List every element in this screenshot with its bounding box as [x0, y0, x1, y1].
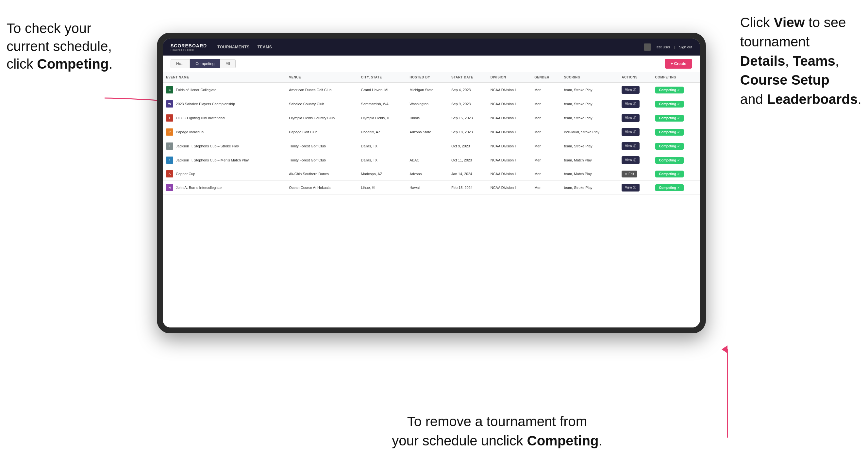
table-row: S Folds of Honor Collegiate American Dun… [163, 83, 700, 97]
competing-button[interactable]: Competing ✓ [655, 87, 684, 93]
event-name-cell: S Folds of Honor Collegiate [163, 83, 286, 97]
table-row: P Papago Individual Papago Golf ClubPhoe… [163, 125, 700, 139]
brand-title: SCOREBOARD [170, 43, 207, 49]
col-gender: GENDER [531, 72, 561, 83]
scoring-cell: team, Stroke Play [561, 139, 619, 153]
col-hosted-by: HOSTED BY [406, 72, 448, 83]
view-button[interactable]: View ⓘ [622, 86, 639, 94]
tab-home[interactable]: Ho... [170, 59, 190, 68]
competing-button[interactable]: Competing ✓ [655, 170, 684, 178]
scoring-cell: team, Match Play [561, 153, 619, 167]
competing-button[interactable]: Competing ✓ [655, 143, 684, 150]
division-cell: NCAA Division I [487, 83, 531, 97]
gender-cell: Men [531, 139, 561, 153]
scoring-cell: team, Stroke Play [561, 111, 619, 125]
team-logo: W [166, 100, 173, 107]
competing-button[interactable]: Competing ✓ [655, 184, 684, 191]
team-logo: A [166, 170, 173, 178]
hosted-by-cell: Illinois [406, 111, 448, 125]
actions-cell: View ⓘ [618, 125, 652, 139]
hosted-by-cell: Arizona State [406, 125, 448, 139]
hosted-by-cell [406, 139, 448, 153]
actions-cell: View ⓘ [618, 111, 652, 125]
col-actions: ACTIONS [618, 72, 652, 83]
division-cell: NCAA Division I [487, 125, 531, 139]
competing-button[interactable]: Competing ✓ [655, 101, 684, 107]
view-button[interactable]: View ⓘ [622, 142, 639, 150]
view-button[interactable]: View ⓘ [622, 156, 639, 164]
start-date-cell: Jan 14, 2024 [448, 167, 487, 181]
event-name-cell: W 2023 Sahalee Players Championship [163, 97, 286, 111]
tab-all[interactable]: All [220, 59, 235, 68]
event-name: John A. Burns Intercollegiate [176, 186, 222, 190]
division-cell: NCAA Division I [487, 111, 531, 125]
view-button[interactable]: View ⓘ [622, 128, 639, 136]
bottom-arrow [716, 343, 739, 441]
table-row: W 2023 Sahalee Players Championship Saha… [163, 97, 700, 111]
division-cell: NCAA Division I [487, 167, 531, 181]
nav-tournaments[interactable]: TOURNAMENTS [217, 43, 250, 51]
city-cell: Phoenix, AZ [358, 125, 407, 139]
scoring-cell: team, Stroke Play [561, 83, 619, 97]
actions-cell: ✏ Edit [618, 167, 652, 181]
start-date-cell: Sep 18, 2023 [448, 125, 487, 139]
scoring-cell: team, Stroke Play [561, 181, 619, 195]
city-cell: Sammamish, WA [358, 97, 407, 111]
team-logo: P [166, 128, 173, 136]
hosted-by-cell: Hawaii [406, 181, 448, 195]
actions-cell: View ⓘ [618, 153, 652, 167]
tab-competing[interactable]: Competing [190, 59, 220, 68]
start-date-cell: Sep 4, 2023 [448, 83, 487, 97]
event-name: OFCC Fighting Illini Invitational [176, 116, 225, 120]
event-name: Folds of Honor Collegiate [176, 88, 216, 92]
start-date-cell: Sep 15, 2023 [448, 111, 487, 125]
team-logo: J [166, 143, 173, 150]
scoring-cell: team, Stroke Play [561, 97, 619, 111]
competing-button[interactable]: Competing ✓ [655, 115, 684, 122]
col-scoring: SCORING [561, 72, 619, 83]
actions-cell: View ⓘ [618, 83, 652, 97]
city-cell: Lihue, HI [358, 181, 407, 195]
venue-cell: Trinity Forest Golf Club [286, 139, 358, 153]
start-date-cell: Sep 9, 2023 [448, 97, 487, 111]
competing-button[interactable]: Competing ✓ [655, 129, 684, 136]
create-button[interactable]: + Create [665, 59, 692, 69]
hosted-by-cell: Michigan State [406, 83, 448, 97]
gender-cell: Men [531, 83, 561, 97]
nav-signout[interactable]: Sign out [679, 45, 692, 49]
table-row: I OFCC Fighting Illini Invitational Olym… [163, 111, 700, 125]
gender-cell: Men [531, 111, 561, 125]
event-name-cell: I OFCC Fighting Illini Invitational [163, 111, 286, 125]
filter-tabs: Ho... Competing All [170, 59, 236, 68]
competing-cell: Competing ✓ [652, 153, 700, 167]
competing-button[interactable]: Competing ✓ [655, 157, 684, 164]
competing-cell: Competing ✓ [652, 181, 700, 195]
table-row: J Jackson T. Stephens Cup – Men's Match … [163, 153, 700, 167]
city-cell: Maricopa, AZ [358, 167, 407, 181]
hosted-by-cell: Arizona [406, 167, 448, 181]
event-name-cell: J Jackson T. Stephens Cup – Stroke Play [163, 139, 286, 153]
view-button[interactable]: View ⓘ [622, 114, 639, 122]
nav-user: Test User [655, 45, 670, 49]
tournament-table: EVENT NAME VENUE CITY, STATE HOSTED BY S… [163, 72, 700, 195]
competing-cell: Competing ✓ [652, 111, 700, 125]
gender-cell: Men [531, 153, 561, 167]
division-cell: NCAA Division I [487, 181, 531, 195]
col-competing: COMPETING [652, 72, 700, 83]
edit-button[interactable]: ✏ Edit [622, 170, 637, 178]
start-date-cell: Oct 11, 2023 [448, 153, 487, 167]
nav-teams[interactable]: TEAMS [257, 43, 272, 51]
table-header: EVENT NAME VENUE CITY, STATE HOSTED BY S… [163, 72, 700, 83]
col-event-name: EVENT NAME [163, 72, 286, 83]
venue-cell: Ak-Chin Southern Dunes [286, 167, 358, 181]
city-cell: Grand Haven, MI [358, 83, 407, 97]
scoring-cell: individual, Stroke Play [561, 125, 619, 139]
tournament-table-container: EVENT NAME VENUE CITY, STATE HOSTED BY S… [163, 72, 700, 328]
brand: SCOREBOARD Powered by clippi [170, 43, 207, 51]
table-row: A Copper Cup Ak-Chin Southern DunesMaric… [163, 167, 700, 181]
view-button[interactable]: View ⓘ [622, 100, 639, 108]
brand-sub: Powered by clippi [170, 49, 207, 51]
view-button[interactable]: View ⓘ [622, 184, 639, 191]
nav-right: Test User | Sign out [644, 43, 692, 51]
competing-cell: Competing ✓ [652, 97, 700, 111]
